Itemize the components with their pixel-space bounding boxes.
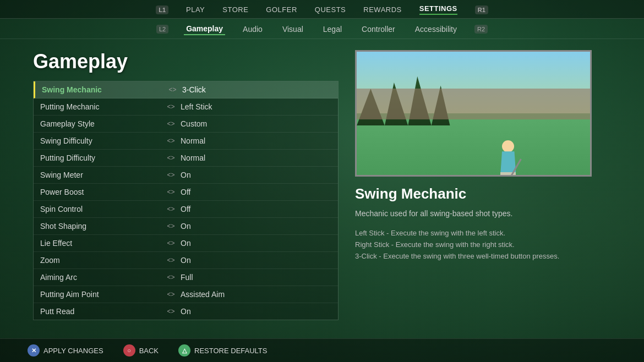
setting-row-aiming-arc[interactable]: Aiming Arc <> Full <box>34 269 338 286</box>
setting-row-gameplay-style[interactable]: Gameplay Style <> Custom <box>34 116 338 133</box>
setting-name-swing-difficulty: Swing Difficulty <box>40 136 161 145</box>
setting-value-putt-read: On <box>181 307 331 316</box>
apply-changes-label: APPLY CHANGES <box>43 347 103 355</box>
restore-defaults-label: RESTORE DEFAULTS <box>194 347 267 355</box>
setting-row-spin-control[interactable]: Spin Control <> Off <box>34 201 338 218</box>
setting-arrows-swing-meter: <> <box>161 171 181 179</box>
setting-arrows-putting-difficulty: <> <box>161 154 181 162</box>
nav-item-quests[interactable]: QUESTS <box>315 6 346 14</box>
setting-row-shot-shaping[interactable]: Shot Shaping <> On <box>34 218 338 235</box>
detail-description: Left Stick - Execute the swing with the … <box>355 228 611 262</box>
setting-row-putting-difficulty[interactable]: Putting Difficulty <> Normal <box>34 150 338 167</box>
apply-changes-action[interactable]: ✕ APPLY CHANGES <box>28 344 103 356</box>
setting-arrows-zoom: <> <box>161 256 181 264</box>
settings-list: Swing Mechanic <> 3-Click Putting Mechan… <box>33 81 339 320</box>
setting-value-spin-control: Off <box>181 205 331 213</box>
screenshot-box <box>355 50 592 177</box>
main-content: Gameplay Swing Mechanic <> 3-Click Putti… <box>0 39 644 326</box>
setting-name-putt-read: Putt Read <box>40 307 161 316</box>
setting-row-putt-read[interactable]: Putt Read <> On <box>34 303 338 320</box>
tab-audio[interactable]: Audio <box>241 24 265 35</box>
setting-name-putting-difficulty: Putting Difficulty <box>40 153 161 162</box>
setting-name-swing-mechanic: Swing Mechanic <box>42 85 163 94</box>
setting-name-shot-shaping: Shot Shaping <box>40 222 161 231</box>
setting-name-putting-aim-point: Putting Aim Point <box>40 290 161 299</box>
setting-name-power-boost: Power Boost <box>40 188 161 196</box>
setting-value-swing-difficulty: Normal <box>181 136 331 145</box>
setting-arrows-lie-effect: <> <box>161 239 181 247</box>
setting-arrows-aiming-arc: <> <box>161 273 181 281</box>
setting-value-putting-difficulty: Normal <box>181 153 331 162</box>
nav-item-play[interactable]: PLAY <box>186 6 205 14</box>
page-title: Gameplay <box>33 50 339 73</box>
tab-legal[interactable]: Legal <box>321 24 344 35</box>
setting-value-gameplay-style: Custom <box>181 119 331 128</box>
setting-row-zoom[interactable]: Zoom <> On <box>34 252 338 269</box>
o-button-icon: ○ <box>123 344 135 356</box>
top-nav: L1 PLAY STORE GOLFER QUESTS REWARDS SETT… <box>0 0 644 19</box>
l2-button[interactable]: L2 <box>156 25 168 34</box>
setting-name-swing-meter: Swing Meter <box>40 171 161 179</box>
left-panel: Gameplay Swing Mechanic <> 3-Click Putti… <box>33 50 339 320</box>
setting-value-swing-meter: On <box>181 171 331 179</box>
setting-arrows-gameplay-style: <> <box>161 120 181 128</box>
setting-arrows-swing-difficulty: <> <box>161 137 181 145</box>
setting-arrows-shot-shaping: <> <box>161 222 181 230</box>
setting-value-putting-aim-point: Assisted Aim <box>181 290 331 299</box>
golf-crowd <box>357 89 590 119</box>
setting-value-zoom: On <box>181 256 331 265</box>
setting-value-swing-mechanic: 3-Click <box>182 85 331 94</box>
setting-arrows-putting-aim-point: <> <box>161 290 181 298</box>
bottom-bar: ✕ APPLY CHANGES ○ BACK △ RESTORE DEFAULT… <box>0 338 644 362</box>
nav-item-golfer[interactable]: GOLFER <box>266 6 297 14</box>
restore-defaults-action[interactable]: △ RESTORE DEFAULTS <box>178 344 267 356</box>
r2-button[interactable]: R2 <box>474 25 488 34</box>
nav-item-store[interactable]: STORE <box>222 6 248 14</box>
setting-row-swing-meter[interactable]: Swing Meter <> On <box>34 167 338 184</box>
golfer-figure <box>492 74 525 140</box>
right-panel: Swing Mechanic Mechanic used for all swi… <box>355 50 611 320</box>
setting-arrows-swing-mechanic: <> <box>163 86 182 94</box>
setting-row-putting-mechanic[interactable]: Putting Mechanic <> Left Stick <box>34 98 338 116</box>
nav-item-settings[interactable]: SETTINGS <box>419 4 457 15</box>
tab-controller[interactable]: Controller <box>359 24 397 35</box>
detail-title: Swing Mechanic <box>355 185 611 202</box>
setting-row-lie-effect[interactable]: Lie Effect <> On <box>34 235 338 252</box>
setting-arrows-putt-read: <> <box>161 308 181 315</box>
l1-button[interactable]: L1 <box>156 6 168 14</box>
setting-name-lie-effect: Lie Effect <box>40 239 161 248</box>
setting-name-putting-mechanic: Putting Mechanic <box>40 102 161 111</box>
setting-row-swing-difficulty[interactable]: Swing Difficulty <> Normal <box>34 133 338 150</box>
back-label: BACK <box>139 347 159 355</box>
tab-nav: L2 Gameplay Audio Visual Legal Controlle… <box>0 19 644 39</box>
tab-accessibility[interactable]: Accessibility <box>413 24 459 35</box>
setting-arrows-power-boost: <> <box>161 188 181 196</box>
setting-name-gameplay-style: Gameplay Style <box>40 119 161 128</box>
detail-subtitle: Mechanic used for all swing-based shot t… <box>355 209 611 218</box>
tab-gameplay[interactable]: Gameplay <box>184 23 225 35</box>
setting-value-putting-mechanic: Left Stick <box>181 102 331 111</box>
tab-visual[interactable]: Visual <box>280 24 305 35</box>
setting-value-lie-effect: On <box>181 239 331 248</box>
setting-name-aiming-arc: Aiming Arc <box>40 273 161 282</box>
x-button-icon: ✕ <box>28 344 40 356</box>
setting-arrows-putting-mechanic: <> <box>161 103 181 111</box>
setting-value-power-boost: Off <box>181 188 331 196</box>
setting-value-shot-shaping: On <box>181 222 331 231</box>
nav-item-rewards[interactable]: REWARDS <box>363 6 401 14</box>
r1-button[interactable]: R1 <box>475 6 488 14</box>
setting-row-power-boost[interactable]: Power Boost <> Off <box>34 184 338 201</box>
setting-name-spin-control: Spin Control <box>40 205 161 213</box>
back-action[interactable]: ○ BACK <box>123 344 159 356</box>
triangle-button-icon: △ <box>178 344 190 356</box>
setting-value-aiming-arc: Full <box>181 273 331 282</box>
setting-arrows-spin-control: <> <box>161 205 181 213</box>
setting-row-putting-aim-point[interactable]: Putting Aim Point <> Assisted Aim <box>34 286 338 303</box>
golfer-head <box>502 140 514 152</box>
setting-name-zoom: Zoom <box>40 256 161 265</box>
golf-scene <box>357 52 590 175</box>
setting-row-swing-mechanic[interactable]: Swing Mechanic <> 3-Click <box>34 81 338 98</box>
